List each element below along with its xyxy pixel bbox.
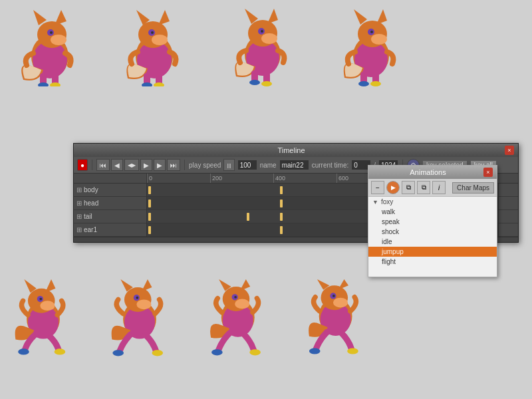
svg-marker-65 [142, 279, 152, 291]
timeline-right-column [498, 184, 518, 237]
foxy-group-name: foxy [381, 198, 393, 205]
timeline-close-button[interactable]: × [505, 146, 514, 155]
bottom-fox-row [7, 279, 372, 372]
svg-point-46 [358, 81, 369, 86]
svg-point-73 [234, 296, 237, 299]
animations-close-button[interactable]: × [483, 168, 493, 177]
foxy-expand-icon: ▼ [372, 199, 378, 205]
svg-point-83 [332, 295, 335, 297]
anim-minus-button[interactable]: − [371, 181, 384, 194]
svg-point-67 [152, 350, 163, 356]
animations-panel: Animations × − ▶ ⧉ ⧉ i Char Maps ▼ foxy … [368, 165, 497, 277]
track-label-ear1: ⊞ ear1 [74, 223, 146, 237]
ruler-tick-600: 600 [336, 174, 348, 184]
track-name-head: head [84, 200, 98, 207]
keyframe-ear1-2[interactable] [280, 226, 283, 234]
fox-sprite-6 [103, 279, 180, 372]
svg-point-34 [249, 80, 260, 85]
keyframe-ear1-1[interactable] [148, 226, 151, 234]
track-label-tail: ⊞ tail [74, 210, 146, 223]
speed-indicator: ||| [223, 159, 234, 171]
next-frame-button[interactable]: ▶ [154, 159, 166, 171]
svg-point-63 [136, 297, 138, 299]
right-row-2 [499, 197, 518, 210]
fox-sprite-1 [13, 7, 93, 93]
expand-icon-body[interactable]: ⊞ [76, 186, 82, 194]
ruler-left-spacer [74, 174, 147, 184]
svg-point-17 [151, 31, 154, 34]
right-row-3 [499, 210, 518, 223]
svg-point-81 [333, 298, 348, 308]
prev-frame-button[interactable]: ◀ [111, 159, 123, 171]
keyframe-head-2[interactable] [280, 200, 283, 207]
char-maps-button[interactable]: Char Maps [452, 182, 494, 194]
expand-icon-ear1[interactable]: ⊞ [76, 226, 82, 233]
anim-info-button[interactable]: i [432, 181, 446, 194]
keyframe-head-1[interactable] [148, 200, 151, 207]
anim-item-flight[interactable]: flight [368, 257, 497, 267]
svg-point-76 [211, 349, 223, 355]
first-frame-button[interactable]: ⏮ [96, 159, 110, 171]
right-row-4 [499, 223, 518, 237]
expand-icon-tail[interactable]: ⊞ [76, 213, 82, 220]
play-back-button[interactable]: ◀▶ [124, 159, 139, 171]
anim-paste-button[interactable]: ⧉ [417, 181, 430, 194]
ruler-tick-400: 400 [273, 174, 285, 184]
play-button[interactable]: ▶ [140, 159, 152, 171]
top-fox-row [13, 7, 412, 93]
svg-point-11 [50, 82, 61, 86]
anim-item-speak[interactable]: speak [368, 217, 497, 227]
current-time-label: current time: [312, 162, 349, 169]
timeline-titlebar: Timeline × [74, 144, 518, 157]
svg-point-47 [370, 81, 381, 86]
svg-marker-75 [240, 279, 251, 291]
svg-point-41 [370, 31, 373, 33]
svg-marker-85 [338, 279, 348, 290]
track-name-body: body [84, 186, 98, 194]
fox-sprite-5 [7, 279, 83, 372]
anim-item-idle[interactable]: idle [368, 237, 497, 247]
svg-point-27 [261, 33, 277, 44]
right-row-1 [499, 184, 518, 197]
svg-marker-6 [33, 10, 47, 25]
animations-title: Animations [372, 168, 483, 176]
anim-item-jumpup[interactable]: jumpup [368, 247, 497, 257]
track-labels: ⊞ body ⊞ head ⊞ tail ⊞ ear1 [74, 184, 147, 237]
name-input[interactable] [279, 160, 309, 170]
svg-point-66 [112, 350, 124, 356]
anim-group-foxy[interactable]: ▼ foxy [368, 197, 497, 207]
last-frame-button[interactable]: ⏭ [167, 159, 180, 171]
expand-icon-head[interactable]: ⊞ [76, 200, 82, 207]
anim-copy-button[interactable]: ⧉ [402, 181, 415, 194]
svg-point-51 [40, 301, 55, 311]
svg-point-15 [152, 35, 168, 45]
svg-marker-31 [267, 9, 278, 24]
svg-point-29 [261, 30, 263, 33]
svg-point-3 [51, 35, 66, 45]
fox-sprite-4 [332, 7, 412, 93]
svg-marker-55 [45, 279, 56, 293]
anim-item-walk[interactable]: walk [368, 207, 497, 217]
anim-item-shock[interactable]: shock [368, 227, 497, 237]
svg-point-57 [55, 348, 66, 354]
toolbar-divider-2 [184, 160, 185, 170]
keyframe-tail-1[interactable] [148, 213, 151, 221]
track-name-tail: tail [84, 213, 92, 220]
svg-marker-19 [158, 10, 170, 25]
record-button[interactable]: ● [77, 159, 88, 171]
keyframe-tail-3[interactable] [280, 213, 283, 221]
animations-titlebar: Animations × [368, 166, 497, 179]
svg-point-22 [142, 82, 152, 86]
ruler-tick-200: 200 [210, 174, 222, 184]
ruler-right-spacer [498, 174, 518, 184]
keyframe-body-1[interactable] [148, 186, 151, 194]
svg-point-23 [154, 82, 164, 86]
anim-play-button[interactable]: ▶ [386, 181, 400, 194]
play-speed-input[interactable] [237, 160, 257, 170]
fox-sprite-7 [200, 279, 276, 372]
svg-point-61 [136, 299, 151, 309]
keyframe-tail-2[interactable] [247, 213, 249, 221]
keyframe-body-2[interactable] [280, 186, 283, 194]
play-speed-label: play speed [189, 162, 221, 169]
svg-point-10 [38, 82, 49, 86]
